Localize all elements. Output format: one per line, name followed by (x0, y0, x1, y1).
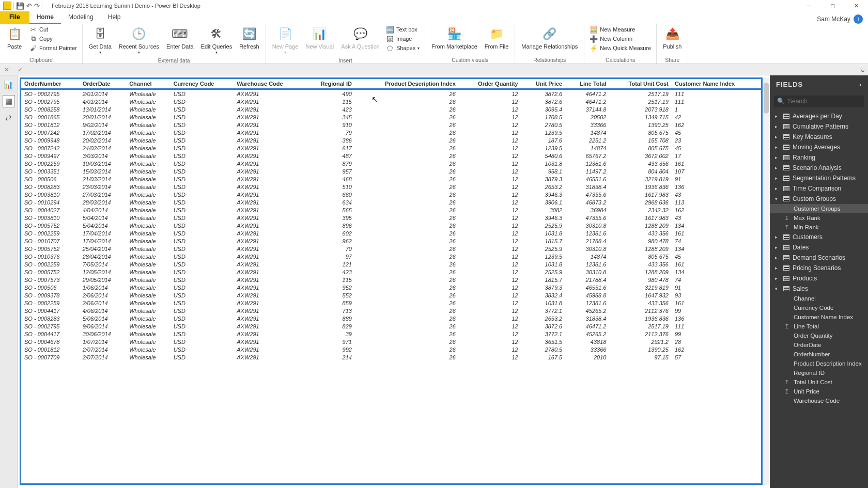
column-header[interactable]: Order Quantity (459, 79, 521, 89)
tab-file[interactable]: File (0, 11, 29, 24)
refresh-button[interactable]: 🔄Refresh (236, 25, 262, 51)
paste-button[interactable]: 📋Paste (3, 25, 26, 51)
tab-modeling[interactable]: Modeling (61, 11, 101, 24)
table-row[interactable]: SO - 000575225/04/2014WholesaleUSDAXW291… (21, 245, 761, 253)
table-row[interactable]: SO - 000828323/03/2014WholesaleUSDAXW291… (21, 183, 761, 191)
save-icon[interactable]: 💾 (16, 2, 24, 10)
manage-relationships-button[interactable]: 🔗Manage Relationships (518, 25, 581, 51)
fields-table-item[interactable]: ▸Cumulative Patterns (770, 121, 868, 132)
data-view-icon[interactable]: ▦ (3, 95, 15, 107)
table-row[interactable]: SO - 000825813/01/2014WholesaleUSDAXW291… (21, 105, 761, 113)
fields-table-item[interactable]: ▸Scenario Analysis (770, 163, 868, 173)
enter-data-button[interactable]: ⌨Enter Data (163, 25, 197, 51)
fields-table-item[interactable]: ▸Averages per Day (770, 111, 868, 121)
fields-field-item[interactable]: Customer Groups (770, 204, 868, 213)
fields-table-item[interactable]: ▸Pricing Scenarios (770, 263, 868, 273)
column-header[interactable]: Customer Name Index (672, 79, 761, 89)
cut-button[interactable]: ✂Cut (27, 25, 79, 34)
fields-field-item[interactable]: Order Quantity (770, 331, 868, 340)
fields-field-item[interactable]: ΣLine Total (770, 322, 868, 331)
column-header[interactable]: Currency Code (171, 79, 234, 89)
fields-field-item[interactable]: ΣTotal Unit Cost (770, 377, 868, 387)
fields-field-item[interactable]: Product Description Index (770, 359, 868, 368)
table-row[interactable]: SO - 000575212/05/2014WholesaleUSDAXW291… (21, 268, 761, 276)
table-row[interactable]: SO - 000724217/02/2014WholesaleUSDAXW291… (21, 129, 761, 136)
fields-field-item[interactable]: Customer Name Index (770, 312, 868, 322)
fields-table-item[interactable]: ▾Sales (770, 284, 868, 294)
avatar[interactable]: i (854, 14, 863, 24)
column-header[interactable]: Total Unit Cost (609, 79, 672, 89)
fields-table-item[interactable]: ▸Moving Averages (770, 142, 868, 152)
table-row[interactable]: SO - 00022592/06/2014WholesaleUSDAXW2918… (21, 299, 761, 307)
new-measure-button[interactable]: 🧮New Measure (587, 25, 653, 34)
redo-icon[interactable]: ↷ (34, 2, 40, 10)
fields-field-item[interactable]: Currency Code (770, 303, 868, 312)
model-view-icon[interactable]: ⇄ (3, 112, 15, 124)
fields-field-item[interactable]: Channel (770, 294, 868, 303)
table-row[interactable]: SO - 00018129/02/2014WholesaleUSDAXW2919… (21, 121, 761, 129)
table-row[interactable]: SO - 000757329/05/2014WholesaleUSDAXW291… (21, 276, 761, 284)
fields-field-item[interactable]: OrderNumber (770, 350, 868, 359)
fields-table-item[interactable]: ▸Dates (770, 242, 868, 253)
fields-field-item[interactable]: ΣUnit Price (770, 387, 868, 396)
search-input[interactable] (788, 98, 865, 105)
fields-table-item[interactable]: ▸Products (770, 273, 868, 284)
recent-sources-button[interactable]: 🕒Recent Sources▾ (116, 25, 162, 57)
table-row[interactable]: SO - 00027954/01/2014WholesaleUSDAXW2911… (21, 98, 761, 105)
table-row[interactable]: SO - 00057525/04/2014WholesaleUSDAXW2918… (21, 222, 761, 229)
column-header[interactable]: Line Total (565, 79, 609, 89)
fields-field-item[interactable]: ΣMax Rank (770, 213, 868, 223)
format-painter-button[interactable]: 🖌Format Painter (27, 43, 79, 53)
table-row[interactable]: SO - 00044174/06/2014WholesaleUSDAXW2917… (21, 307, 761, 314)
table-row[interactable]: SO - 000724224/02/2014WholesaleUSDAXW291… (21, 144, 761, 152)
edit-queries-button[interactable]: 🛠Edit Queries▾ (198, 25, 236, 57)
from-marketplace-button[interactable]: 🏪From Marketplace (428, 25, 481, 51)
table-row[interactable]: SO - 00027952/01/2014WholesaleUSDAXW2914… (21, 89, 761, 98)
fields-table-item[interactable]: ▸Customers (770, 232, 868, 242)
report-view-icon[interactable]: 📊 (3, 78, 15, 91)
table-row[interactable]: SO - 000335115/03/2014WholesaleUSDAXW291… (21, 167, 761, 175)
fields-field-item[interactable]: OrderDate (770, 340, 868, 350)
table-row[interactable]: SO - 00022597/05/2014WholesaleUSDAXW2911… (21, 260, 761, 268)
from-file-button[interactable]: 📁From File (482, 25, 512, 51)
minimize-button[interactable]: ─ (797, 0, 820, 11)
table-row[interactable]: SO - 00038105/04/2014WholesaleUSDAXW2913… (21, 214, 761, 222)
column-header[interactable]: Channel (126, 79, 170, 89)
column-header[interactable]: OrderDate (80, 79, 126, 89)
table-row[interactable]: SO - 00018122/07/2014WholesaleUSDAXW2919… (21, 345, 761, 353)
undo-icon[interactable]: ↶ (26, 2, 32, 10)
new-column-button[interactable]: ➕New Column (587, 34, 653, 43)
table-row[interactable]: SO - 00082835/06/2014WholesaleUSDAXW2918… (21, 314, 761, 322)
column-header[interactable]: Unit Price (521, 79, 565, 89)
column-header[interactable]: OrderNumber (21, 79, 80, 89)
fields-search[interactable]: 🔍 (774, 96, 864, 107)
new-quick-measure-button[interactable]: ⚡New Quick Measure (587, 43, 653, 53)
table-row[interactable]: SO - 00077092/07/2014WholesaleUSDAXW2912… (21, 353, 761, 361)
table-row[interactable]: SO - 00040274/04/2014WholesaleUSDAXW2915… (21, 206, 761, 214)
fields-table-item[interactable]: ▸Segmentation Patterns (770, 173, 868, 183)
fields-field-item[interactable]: Warehouse Code (770, 396, 868, 405)
table-row[interactable]: SO - 00027959/06/2014WholesaleUSDAXW2918… (21, 322, 761, 330)
fields-table-item[interactable]: ▾Custom Groups (770, 194, 868, 204)
table-row[interactable]: SO - 000225917/04/2014WholesaleUSDAXW291… (21, 229, 761, 237)
vertical-scrollbar[interactable] (763, 77, 770, 485)
table-row[interactable]: SO - 000225910/03/2014WholesaleUSDAXW291… (21, 160, 761, 167)
table-row[interactable]: SO - 000381027/03/2014WholesaleUSDAXW291… (21, 191, 761, 198)
tab-home[interactable]: Home (29, 11, 61, 24)
fields-field-item[interactable]: Regional ID (770, 368, 868, 377)
fields-table-item[interactable]: ▸Ranking (770, 152, 868, 163)
formula-expand-icon[interactable]: ⌄ (857, 65, 868, 74)
table-row[interactable]: SO - 00093782/06/2014WholesaleUSDAXW2915… (21, 291, 761, 299)
column-header[interactable]: Product Description Index (355, 79, 459, 89)
copy-button[interactable]: ⧉Copy (27, 34, 79, 43)
column-header[interactable]: Warehouse Code (234, 79, 304, 89)
image-button[interactable]: 🖼Image (384, 34, 422, 43)
table-row[interactable]: SO - 000994820/02/2014WholesaleUSDAXW291… (21, 136, 761, 144)
formula-cancel-icon[interactable]: ✕ (0, 65, 13, 75)
shapes-button[interactable]: ⬠Shapes▾ (384, 43, 422, 53)
table-row[interactable]: SO - 00046781/07/2014WholesaleUSDAXW2919… (21, 338, 761, 345)
fields-table-item[interactable]: ▸Key Measures (770, 132, 868, 142)
table-row[interactable]: SO - 001070717/04/2014WholesaleUSDAXW291… (21, 237, 761, 245)
publish-button[interactable]: 📤Publish (660, 25, 685, 51)
table-row[interactable]: SO - 00094973/03/2014WholesaleUSDAXW2914… (21, 152, 761, 160)
